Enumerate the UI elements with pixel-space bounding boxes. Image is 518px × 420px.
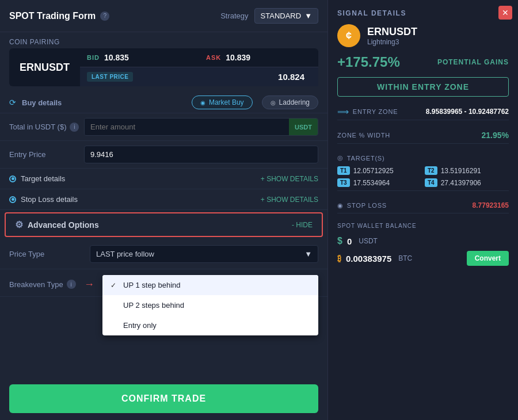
wallet-usdt-row: $ 0 USDT [337,234,509,249]
breakeven-option-0-label: UP 1 step behind [123,281,181,289]
entry-price-row: Entry Price 9.9416 [0,141,327,169]
breakeven-row: Breakeven Type i → ✓ UP 1 step behind UP… [0,269,327,297]
coin-badge: ERNUSDT [9,48,80,86]
gear-icon: ⚙ [15,219,23,230]
ask-label: ASK [206,54,221,61]
chevron-down-icon: ▼ [304,250,312,258]
market-buy-toggle[interactable]: ◉ Market Buy [192,96,253,109]
buy-icon: ⟳ [9,98,16,107]
target-show-link[interactable]: + SHOW DETAILS [261,175,318,183]
entry-zone-banner: WITHIN ENTRY ZONE [337,77,509,97]
laddering-toggle[interactable]: ◎ Laddering [262,96,318,109]
price-type-row: Price Type LAST price follow ▼ [0,239,327,269]
last-price-value: 10.824 [278,72,311,82]
coin-icon: ¢ [337,24,360,47]
breakeven-info-icon[interactable]: i [67,280,76,289]
entry-zone-value: 8.95839965 - 10.92487762 [426,108,509,116]
total-usdt-input-wrapper: USDT [84,118,318,136]
t1-badge: T1 [337,166,350,175]
wallet-btc-value: 0.00383975 [346,254,391,264]
usdt-badge: USDT [289,119,318,135]
coin-info-row: ¢ ERNUSDT Lightning3 [337,24,509,47]
target-dot-inner [12,177,14,180]
info-icon[interactable]: ? [100,12,109,21]
wallet-label: SPOT WALLET BALANCE [337,223,509,229]
zone-width-row: ZONE % WIDTH 21.95% [337,127,509,144]
price-type-value: LAST price follow [96,250,154,258]
ask-value: 10.839 [226,53,250,62]
close-button[interactable]: ✕ [498,6,512,20]
advanced-options-label: Advanced Options [28,220,99,230]
breakeven-option-1-label: UP 2 steps behind [123,301,184,310]
breakeven-option-2[interactable]: Entry only [102,315,318,335]
bid-value: 10.835 [104,53,129,62]
t2-badge: T2 [425,166,437,175]
header-left: SPOT Trading Form ? [9,11,109,21]
confirm-btn-wrapper: CONFIRM TRADE [0,377,327,420]
targets-label: ◎ TARGET(S) [337,154,384,162]
wallet-btc-cur: BTC [398,254,412,262]
entry-zone-label: ⟹ ENTRY ZONE [337,107,398,116]
stop-dot-inner [12,198,14,201]
price-type-select[interactable]: LAST price follow ▼ [90,245,318,263]
btc-icon: ₿ [337,254,341,263]
header-right: Strategy STANDARD ▼ [220,8,318,24]
price-type-label: Price Type [9,250,84,258]
wallet-section: SPOT WALLET BALANCE $ 0 USDT ₿ 0.0038397… [337,223,509,268]
arrow-indicator: → [84,278,94,291]
stop-dot [9,196,16,203]
target-1: T1 12.05712925 [337,166,421,175]
buy-details-row: ⟳ Buy details ◉ Market Buy ◎ Laddering [0,92,327,113]
coin-pairing-label: Coin Pairing [0,32,327,48]
t1-value: 12.05712925 [353,167,394,175]
zone-width-value: 21.95% [482,131,509,140]
stop-loss-label: Stop Loss details [21,195,78,204]
bid-cell: BID 10.835 [80,48,199,67]
entry-zone-icon: ⟹ [337,107,349,116]
wallet-btc-row: ₿ 0.00383975 BTC Convert [337,249,509,268]
breakeven-option-1[interactable]: UP 2 steps behind [102,295,318,315]
ask-cell: ASK 10.839 [199,48,318,67]
confirm-trade-button[interactable]: CONFIRM TRADE [9,384,318,413]
target-3: T3 17.5534964 [337,178,421,187]
stop-loss-show-link[interactable]: + SHOW DETAILS [261,196,318,204]
t3-value: 17.5534964 [353,179,390,187]
wallet-btc-left: ₿ 0.00383975 BTC [337,254,412,264]
t3-badge: T3 [337,178,350,187]
buy-details-label: Buy details [22,98,62,107]
total-info-icon[interactable]: i [70,123,79,132]
gain-row: +175.75% POTENTIAL GAINS [337,54,509,70]
target-circle-icon: ◎ [337,154,344,162]
page-title: SPOT Trading Form [9,11,96,21]
stop-loss-detail-label: ◉ STOP LOSS [337,202,387,209]
total-usdt-input[interactable] [85,119,289,135]
gain-percent: +175.75% [337,54,400,70]
stop-loss-row: ◉ STOP LOSS 8.77923165 [337,198,509,213]
advanced-options-header[interactable]: ⚙ Advanced Options - HIDE [5,212,323,237]
breakeven-option-0[interactable]: ✓ UP 1 step behind [102,275,318,295]
total-usdt-label: Total in USDT ($) i [9,123,84,132]
stop-circle-icon: ◉ [337,202,344,209]
breakeven-option-2-label: Entry only [123,321,157,330]
target-dot [9,175,16,182]
strategy-select[interactable]: STANDARD ▼ [254,8,318,24]
coin-pairing-row: ERNUSDT BID 10.835 ASK 10.839 LAST PRICE… [9,48,318,86]
entry-price-label: Entry Price [9,150,84,159]
header: SPOT Trading Form ? Strategy STANDARD ▼ [0,0,327,32]
t2-value: 13.51916291 [441,167,481,175]
stop-loss-section[interactable]: Stop Loss details + SHOW DETAILS [0,189,327,210]
bid-label: BID [87,54,100,61]
adv-left: ⚙ Advanced Options [15,219,99,230]
hide-link[interactable]: - HIDE [292,221,313,229]
breakeven-label: Breakeven Type i [9,280,84,289]
entry-price-value: 9.9416 [84,146,318,163]
right-panel: ✕ SIGNAL DETAILS ¢ ERNUSDT Lightning3 +1… [328,0,518,420]
coin-name: ERNUSDT [20,62,70,74]
targets-grid: T1 12.05712925 T2 13.51916291 T3 17.5534… [337,166,509,187]
breakeven-dropdown: ✓ UP 1 step behind UP 2 steps behind Ent… [102,275,318,335]
wallet-usdt-left: $ 0 USDT [337,236,378,246]
target-details-section[interactable]: Target details + SHOW DETAILS [0,169,327,189]
signal-coin-name: ERNUSDT [367,26,417,38]
usdt-dollar-icon: $ [337,236,342,246]
convert-button[interactable]: Convert [467,251,509,266]
